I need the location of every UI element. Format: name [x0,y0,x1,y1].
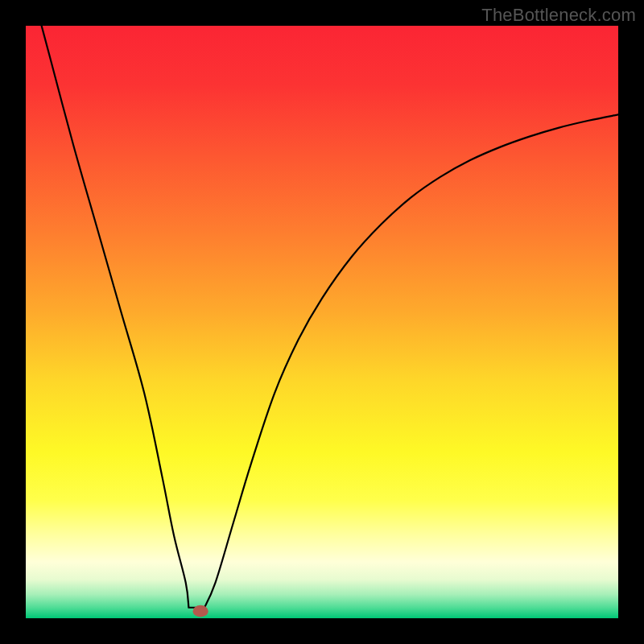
plot-svg [26,26,618,618]
chart-frame: TheBottleneck.com [0,0,644,644]
watermark-text: TheBottleneck.com [481,5,636,26]
optimum-marker [193,605,208,617]
plot-area [26,26,618,618]
gradient-background [26,26,618,618]
